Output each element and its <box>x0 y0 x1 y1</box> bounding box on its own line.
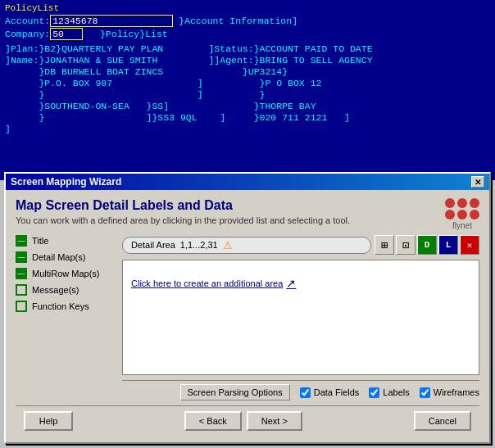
toolbar-grid-button[interactable]: ⊞ <box>375 235 394 255</box>
nav-item-function-keys[interactable]: Function Keys <box>16 301 114 312</box>
footer-bar: Help < Back Next > Cancel <box>16 405 479 436</box>
data-fields-checkbox[interactable] <box>300 387 311 398</box>
nav-label-multirow: MultiRow Map(s) <box>32 269 100 278</box>
warning-icon: ⚠ <box>223 239 233 251</box>
footer-center-buttons: < Back Next > <box>184 411 302 431</box>
nav-label-title: Title <box>32 236 48 246</box>
wireframes-option: Wireframes <box>420 387 479 398</box>
data-fields-option: Data Fields <box>300 387 360 398</box>
account-input[interactable] <box>50 15 173 27</box>
nav-checkbox-title: — <box>16 235 27 247</box>
dialog-description: You can work with a defined area by clic… <box>16 215 350 225</box>
toolbar-select-button[interactable]: ⊡ <box>396 235 416 255</box>
toolbar-data-button[interactable]: D <box>417 235 437 255</box>
flynet-dot <box>470 210 479 219</box>
cancel-button[interactable]: Cancel <box>414 411 471 431</box>
toolbar-label-button[interactable]: L <box>438 235 458 255</box>
nav-checkbox-detail-map: — <box>16 251 27 263</box>
dialog-heading: Map Screen Detail Labels and Data <box>16 198 350 213</box>
detail-area-bar: Detail Area 1,1...2,31 ⚠ ⊞ ⊡ D L ✕ <box>122 235 479 255</box>
nav-item-detail-map[interactable]: — Detail Map(s) <box>16 251 114 263</box>
left-nav: — Title — Detail Map(s) — MultiRow Map(s… <box>16 235 114 400</box>
flynet-dot <box>445 198 455 208</box>
click-here-link[interactable]: Click here to create an additional area … <box>131 277 296 290</box>
labels-checkbox[interactable] <box>369 387 379 398</box>
nav-label-detail-map: Detail Map(s) <box>32 252 85 262</box>
flynet-dot <box>457 198 467 208</box>
back-button[interactable]: < Back <box>184 411 242 431</box>
dialog-title: Screen Mapping Wizard <box>11 176 121 188</box>
flynet-dots <box>445 198 479 208</box>
nav-checkbox-messages <box>16 284 27 296</box>
terminal-title: PolicyList <box>5 3 490 13</box>
flynet-logo: flynet <box>445 198 479 230</box>
nav-checkbox-multirow: — <box>16 268 27 279</box>
flynet-dot <box>457 210 467 219</box>
right-panel: Detail Area 1,1...2,31 ⚠ ⊞ ⊡ D L ✕ <box>122 235 479 400</box>
content-area: — Title — Detail Map(s) — MultiRow Map(s… <box>16 235 479 400</box>
name-row: ]Name:}JONATHAN & SUE SMITH ]]Agent:}BRI… <box>5 55 373 66</box>
company-label: Company: <box>5 29 50 39</box>
dialog-body: Map Screen Detail Labels and Data You ca… <box>6 190 489 441</box>
terminal-screen: PolicyList Account: }Account Information… <box>0 0 495 180</box>
flynet-dot <box>470 198 479 208</box>
nav-item-title[interactable]: — Title <box>16 235 114 247</box>
cursor-icon: ↗ <box>286 277 296 290</box>
detail-area-label[interactable]: Detail Area 1,1...2,31 ⚠ <box>122 237 371 254</box>
dialog-header: Map Screen Detail Labels and Data You ca… <box>16 198 479 230</box>
detail-area-text: Detail Area <box>131 240 175 250</box>
flynet-label: flynet <box>452 221 472 230</box>
toolbar-icons: ⊞ ⊡ D L ✕ <box>375 235 479 255</box>
flynet-dot <box>445 210 455 219</box>
nav-label-function-keys: Function Keys <box>32 301 89 311</box>
wireframes-checkbox[interactable] <box>420 387 430 398</box>
company-input[interactable] <box>50 28 83 40</box>
click-here-area[interactable]: Click here to create an additional area … <box>122 260 479 375</box>
nav-item-multirow[interactable]: — MultiRow Map(s) <box>16 268 114 279</box>
nav-checkbox-function-keys <box>16 301 27 312</box>
screen-parsing-button[interactable]: Screen Parsing Options <box>180 384 290 400</box>
dialog-header-text: Map Screen Detail Labels and Data You ca… <box>16 198 350 225</box>
help-button[interactable]: Help <box>24 411 73 431</box>
next-button[interactable]: Next > <box>247 411 302 431</box>
dialog-close-button[interactable]: ✕ <box>471 176 484 188</box>
wireframes-label: Wireframes <box>434 387 479 397</box>
click-here-link-text: Click here to create an additional area <box>131 278 283 288</box>
data-fields-label: Data Fields <box>314 387 360 397</box>
screen-mapping-dialog: Screen Mapping Wizard ✕ Map Screen Detai… <box>4 172 491 444</box>
plan-row: ]Plan:}B2}QUARTERLY PAY PLAN ]Status:}AC… <box>5 43 373 54</box>
bottom-options: Screen Parsing Options Data Fields Label… <box>122 380 479 400</box>
detail-area-coords: 1,1...2,31 <box>180 240 218 250</box>
flynet-dots-2 <box>445 210 479 219</box>
nav-item-messages[interactable]: Message(s) <box>16 284 114 296</box>
toolbar-delete-button[interactable]: ✕ <box>460 235 479 255</box>
dialog-titlebar: Screen Mapping Wizard ✕ <box>6 174 489 190</box>
nav-label-messages: Message(s) <box>32 285 79 295</box>
labels-label: Labels <box>383 387 409 397</box>
labels-option: Labels <box>369 387 409 398</box>
account-label: Account: <box>5 16 50 26</box>
